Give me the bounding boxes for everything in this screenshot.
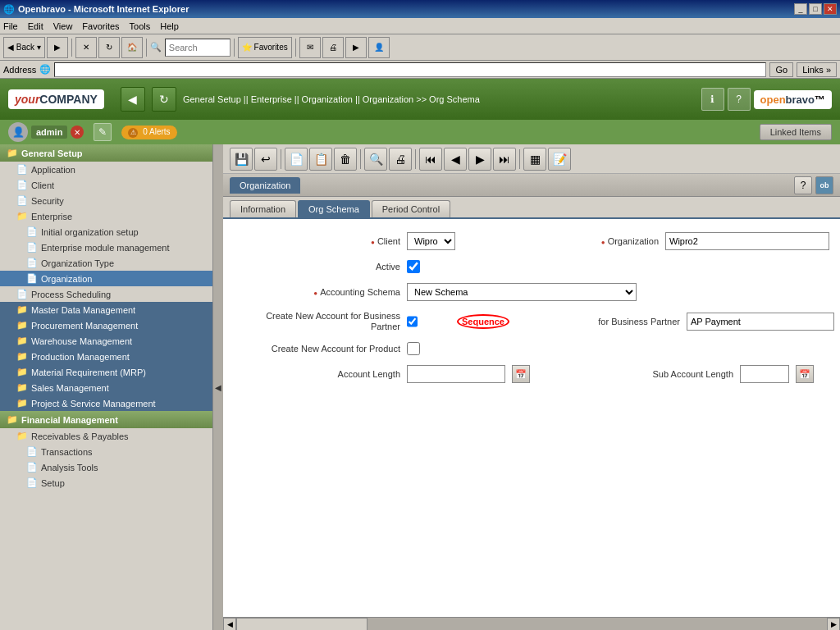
alerts-button[interactable]: ⚠ 0 Alerts: [121, 126, 176, 139]
menu-help[interactable]: Help: [160, 21, 179, 31]
ap-payment-input[interactable]: [687, 313, 834, 331]
accounting-schema-select[interactable]: New Schema: [407, 283, 637, 301]
help-button[interactable]: ?: [728, 88, 751, 111]
sidebar-collapse-button[interactable]: ◀: [213, 144, 223, 630]
sidebar-item-client[interactable]: 📄 Client: [0, 177, 212, 193]
active-checkbox[interactable]: [407, 260, 420, 273]
tab-org-schema[interactable]: Org Schema: [298, 200, 370, 217]
sidebar-item-security[interactable]: 📄 Security: [0, 193, 212, 208]
form-button[interactable]: 📝: [548, 148, 571, 171]
sidebar-item-procurement[interactable]: 📁 Procurement Management: [0, 317, 212, 333]
menu-favorites[interactable]: Favorites: [82, 21, 119, 31]
print-button[interactable]: 🖨: [389, 148, 412, 171]
org-tab-label[interactable]: Organization: [230, 177, 300, 194]
back-button[interactable]: ◀ Back ▾: [3, 37, 45, 58]
media-button[interactable]: ▶: [345, 37, 367, 58]
menu-edit[interactable]: Edit: [28, 21, 43, 31]
search-icon: 🔍: [150, 42, 162, 52]
sidebar-item-enterprise[interactable]: 📁 Enterprise: [0, 208, 212, 224]
sidebar-item-setup[interactable]: 📄 Setup: [0, 475, 212, 491]
scroll-right-button[interactable]: ▶: [827, 618, 840, 631]
search-input[interactable]: [165, 39, 231, 57]
item-icon: 📄: [26, 273, 38, 284]
info-button[interactable]: ℹ: [701, 88, 724, 111]
undo-button[interactable]: ↩: [254, 148, 277, 171]
account-length-input[interactable]: [407, 365, 505, 383]
copy-button[interactable]: 📋: [309, 148, 332, 171]
grid-button[interactable]: ▦: [523, 148, 546, 171]
minimize-button[interactable]: _: [794, 3, 807, 15]
sidebar-item-analysis-tools[interactable]: 📄 Analysis Tools: [0, 459, 212, 475]
url-input[interactable]: http://localhost:8080/openbravo/security…: [54, 62, 766, 77]
alerts-label: Alerts: [149, 127, 171, 136]
delete-button[interactable]: 🗑: [334, 148, 357, 171]
sidebar-item-org-type[interactable]: 📄 Organization Type: [0, 255, 212, 271]
sidebar-item-warehouse[interactable]: 📁 Warehouse Management: [0, 333, 212, 349]
org-help-button[interactable]: ?: [794, 176, 812, 194]
links-button[interactable]: Links »: [797, 62, 837, 77]
tab-period-control[interactable]: Period Control: [372, 200, 450, 217]
go-button[interactable]: Go: [769, 62, 793, 77]
general-setup-header[interactable]: 📁 General Setup: [0, 144, 212, 162]
refresh-button[interactable]: ↻: [98, 37, 120, 58]
scroll-left-button[interactable]: ◀: [223, 618, 236, 631]
sidebar-item-sales[interactable]: 📁 Sales Management: [0, 380, 212, 395]
sidebar-item-organization[interactable]: 📄 Organization: [0, 271, 212, 286]
sub-account-length-input[interactable]: [740, 365, 789, 383]
create-product-checkbox[interactable]: [407, 342, 420, 355]
close-button[interactable]: ✕: [824, 3, 837, 15]
forward-button[interactable]: ▶: [47, 37, 68, 58]
new-button[interactable]: 📄: [285, 148, 308, 171]
sidebar-item-initial-org[interactable]: 📄 Initial organization setup: [0, 224, 212, 240]
print-button[interactable]: 🖨: [322, 37, 344, 58]
browser-toolbar: ◀ Back ▾ ▶ ✕ ↻ 🏠 🔍 ⭐ Favorites ✉ 🖨 ▶ 👤: [0, 34, 840, 61]
alerts-count: 0: [143, 127, 148, 136]
next-button[interactable]: ▶: [468, 148, 491, 171]
organization-input[interactable]: [665, 232, 829, 250]
last-button[interactable]: ⏭: [493, 148, 516, 171]
sidebar-item-application[interactable]: 📄 Application: [0, 162, 212, 177]
mail-button[interactable]: ✉: [299, 37, 321, 58]
save-button[interactable]: 💾: [230, 148, 253, 171]
client-select[interactable]: Wipro: [407, 232, 455, 250]
sidebar-item-production[interactable]: 📁 Production Management: [0, 349, 212, 364]
messenger-button[interactable]: 👤: [368, 37, 390, 58]
prev-button[interactable]: ◀: [444, 148, 467, 171]
account-length-picker-button[interactable]: 📅: [512, 365, 530, 383]
sidebar-item-transactions[interactable]: 📄 Transactions: [0, 444, 212, 459]
find-button[interactable]: 🔍: [364, 148, 387, 171]
tab-row: Information Org Schema Period Control: [223, 197, 840, 219]
sidebar-item-enterprise-module[interactable]: 📄 Enterprise module management: [0, 240, 212, 255]
tab-information[interactable]: Information: [230, 200, 296, 217]
window-controls[interactable]: _ □ ✕: [794, 3, 837, 15]
financial-header[interactable]: 📁 Financial Management: [0, 411, 212, 428]
back-nav-button[interactable]: ◀: [121, 87, 145, 112]
breadcrumb: General Setup || Enterprise || Organizat…: [183, 94, 685, 104]
menu-tools[interactable]: Tools: [130, 21, 151, 31]
sequence-button[interactable]: Sequence: [457, 314, 509, 329]
first-button[interactable]: ⏮: [419, 148, 442, 171]
avatar: 👤: [8, 122, 28, 142]
scroll-track[interactable]: [236, 618, 827, 631]
sidebar-item-project-service[interactable]: 📁 Project & Service Management: [0, 395, 212, 411]
menu-view[interactable]: View: [53, 21, 73, 31]
menu-file[interactable]: File: [3, 21, 18, 31]
close-session-button[interactable]: ✕: [71, 126, 84, 139]
sidebar-item-master-data[interactable]: 📁 Master Data Management: [0, 302, 212, 317]
scroll-thumb[interactable]: [236, 618, 368, 631]
org-logo-button[interactable]: ob: [815, 176, 833, 194]
create-bp-checkbox[interactable]: [407, 315, 418, 328]
sub-account-picker-button[interactable]: 📅: [796, 365, 814, 383]
stop-button[interactable]: ✕: [75, 37, 97, 58]
sidebar-item-receivables[interactable]: 📁 Receivables & Payables: [0, 428, 212, 444]
maximize-button[interactable]: □: [809, 3, 822, 15]
home-button[interactable]: 🏠: [121, 37, 143, 58]
favorites-button[interactable]: ⭐ Favorites: [238, 37, 292, 58]
edit-icon[interactable]: ✎: [94, 123, 112, 141]
sidebar-item-process-scheduling[interactable]: 📄 Process Scheduling: [0, 286, 212, 302]
menubar: File Edit View Favorites Tools Help: [0, 18, 840, 34]
linked-items-button[interactable]: Linked Items: [760, 124, 832, 140]
sidebar-item-mrp[interactable]: 📁 Material Requirement (MRP): [0, 364, 212, 380]
folder-icon: 📁: [16, 320, 28, 331]
refresh-nav-button[interactable]: ↻: [152, 87, 176, 112]
